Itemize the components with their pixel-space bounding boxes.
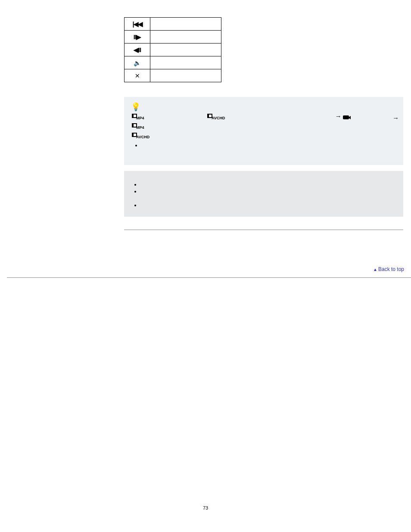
table-row: ✕ bbox=[125, 69, 221, 82]
skip-previous-icon: |◀◀ bbox=[132, 20, 142, 28]
playback-icons-table: |◀◀ II▶ ◀II 🔈 ✕ bbox=[124, 17, 221, 82]
table-cell-label bbox=[150, 69, 221, 82]
mp4-format-icon: MP4 bbox=[132, 122, 144, 130]
table-cell-label bbox=[150, 44, 221, 56]
notes-bullets bbox=[131, 181, 398, 208]
table-cell-label bbox=[150, 56, 221, 69]
back-to-top-label: Back to top bbox=[378, 266, 404, 272]
back-to-top-link[interactable]: ▲Back to top bbox=[373, 266, 404, 272]
arrow-up-icon: ▲ bbox=[373, 267, 377, 272]
hint-box: 💡 MP4 AVCHD MP4 AVCHD → bbox=[124, 97, 403, 165]
slow-reverse-icon: ◀II bbox=[134, 46, 141, 53]
list-item bbox=[141, 142, 398, 148]
page-divider bbox=[7, 277, 411, 278]
mp4-format-icon: MP4 bbox=[132, 112, 144, 120]
page-number: 73 bbox=[0, 505, 411, 510]
slow-forward-icon: II▶ bbox=[134, 33, 141, 40]
hint-lightbulb-icon: 💡 bbox=[131, 102, 140, 112]
arrow-camera-group: → bbox=[335, 112, 353, 120]
section-divider bbox=[124, 230, 403, 230]
hint-bullets bbox=[132, 142, 398, 148]
table-row: II▶ bbox=[125, 31, 221, 44]
notes-box bbox=[124, 171, 403, 217]
table-cell-label bbox=[150, 31, 221, 44]
avchd-format-icon: AVCHD bbox=[132, 131, 149, 139]
list-item bbox=[140, 181, 398, 187]
table-row: 🔈 bbox=[125, 56, 221, 69]
avchd-format-icon: AVCHD bbox=[207, 112, 225, 120]
list-item bbox=[140, 188, 398, 194]
arrow-right-icon: → bbox=[335, 112, 342, 120]
table-cell-label bbox=[150, 18, 221, 31]
close-icon: ✕ bbox=[135, 72, 140, 79]
arrow-right-icon: → bbox=[392, 114, 399, 121]
camera-icon bbox=[343, 114, 353, 120]
table-row: ◀II bbox=[125, 44, 221, 56]
list-item bbox=[140, 202, 398, 208]
mute-speaker-icon: 🔈 bbox=[134, 59, 141, 66]
table-row: |◀◀ bbox=[125, 18, 221, 31]
